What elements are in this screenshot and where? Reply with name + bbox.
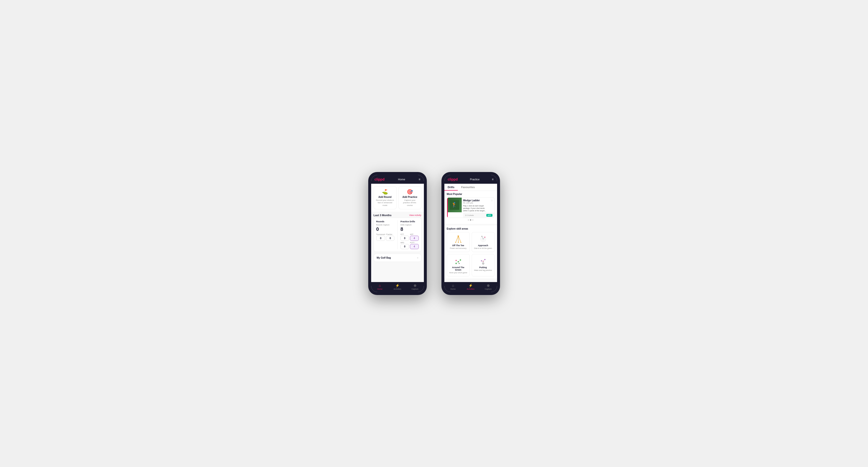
home-nav-label: Home [377,288,382,290]
golf-bag-card[interactable]: My Golf Bag › [374,254,422,262]
putt-label: PUTT [410,242,418,244]
activities-nav-label: Activities [394,288,401,290]
off-the-tee-svg [454,236,463,243]
home-logo: clippd [375,177,384,181]
dot-2 [470,219,471,221]
skill-putting[interactable]: Putting Make and lag practice [472,254,495,276]
practice-drills-col: Practice Drills Drills Capture 8 OTT 0 A… [400,220,419,249]
capture-nav-label: Capture [411,288,418,290]
svg-point-5 [455,242,456,243]
activity-section-title: Last 3 Months [374,214,392,217]
ott-value: 0 [400,236,409,241]
phone-practice: clippd Practice ≡ Drills Favourites Most… [441,172,500,295]
practice-home-nav-label: Home [451,288,456,290]
drill-shots: ⊙ 9 shots [465,214,474,216]
approach-desc: Dial-in to hit the green [474,247,492,249]
practice-nav-home[interactable]: ⌂ Home [444,283,462,290]
phone-home: clippd Home ≡ ⛳ Add Round Record your sh… [368,172,427,295]
practice-rounds-label: Practice [386,234,394,235]
carousel-dots [447,218,495,222]
svg-point-15 [481,236,482,237]
nav-home[interactable]: ⌂ Home [371,283,389,290]
rounds-capture-label: Rounds Capture [376,224,395,226]
tournament-value: 0 [376,236,385,241]
stats-row: Rounds Rounds Capture 0 Tournament 0 Pra… [376,220,419,249]
rounds-col: Rounds Rounds Capture 0 Tournament 0 Pra… [376,220,395,249]
drill-range: 50–100 yds [463,202,490,204]
drill-desc: Play 1 shot at each target yardage. If y… [463,205,490,212]
putting-desc: Make and lag practice [474,269,492,271]
approach-svg [479,236,488,243]
add-round-card[interactable]: ⛳ Add Round Record your shots in fast or… [374,186,397,209]
tab-drills[interactable]: Drills [444,184,458,191]
home-menu-icon[interactable]: ≡ [418,178,420,181]
ott-label: OTT [400,234,409,235]
chevron-right-icon: › [417,256,418,259]
nav-capture[interactable]: ⊕ Capture [406,283,424,290]
off-the-tee-desc: Power and accuracy [450,247,467,249]
practice-title: Practice [470,178,480,181]
scene: clippd Home ≡ ⛳ Add Round Record your sh… [359,162,510,305]
practice-menu-icon[interactable]: ≡ [492,178,493,181]
add-practice-icon: 🎯 [407,189,413,195]
most-popular-section: Most Popular 🏌 Wedge Ladder [444,191,497,224]
putting-name: Putting [479,266,487,269]
svg-point-6 [458,242,459,243]
drill-name: Wedge Ladder [463,199,490,202]
around-the-green-desc: Hone your short game [449,272,467,274]
drills-title: Practice Drills [400,220,419,223]
drill-thumbnail-svg: 🏌 [450,200,459,210]
svg-line-30 [483,259,485,261]
arg-item: ARG 0 [400,242,409,249]
svg-line-2 [456,236,458,242]
shots-count: 9 shots [468,214,474,216]
tab-favourites[interactable]: Favourites [458,184,478,191]
approach-icon-area [478,235,488,243]
around-the-green-svg [454,257,463,265]
add-practice-card[interactable]: 🎯 Add Practice Capture your practice off… [399,186,422,209]
arg-label: ARG [400,242,409,244]
practice-rounds-item: Practice 0 [386,234,394,241]
svg-line-3 [458,236,461,242]
practice-activities-nav-icon: ⚡ [468,283,473,287]
tournament-item: Tournament 0 [376,234,385,241]
golf-bag-label: My Golf Bag [377,256,391,259]
nav-activities[interactable]: ⚡ Activities [389,283,406,290]
add-practice-desc: Capture your practice off-the-course [401,199,419,207]
explore-section: Explore skill areas [444,225,497,278]
skill-off-the-tee[interactable]: Off The Tee Power and accuracy [447,232,470,252]
drills-capture-label: Drills Capture [400,224,419,226]
skill-grid: Off The Tee Power and accuracy [447,232,495,276]
drills-total: 8 [400,226,419,232]
off-the-tee-icon-area [454,235,463,243]
svg-text:🏌: 🏌 [451,202,457,208]
ott-item: OTT 0 [400,234,409,241]
practice-nav-activities[interactable]: ⚡ Activities [462,283,479,290]
practice-bottom-nav: ⌂ Home ⚡ Activities ⊕ Capture [444,282,497,292]
drills-sub-grid-2: ARG 0 PUTT 4 [400,242,419,249]
add-round-title: Add Round [378,196,392,198]
practice-capture-nav-icon: ⊕ [487,283,490,287]
home-content: ⛳ Add Round Record your shots in fast or… [371,184,424,282]
rounds-title: Rounds [376,220,395,223]
skill-around-the-green[interactable]: Around The Green Hone your short game [447,254,470,276]
star-icon[interactable]: ☆ [491,199,493,202]
view-activity-link[interactable]: View Activity [409,214,422,216]
add-round-icon: ⛳ [382,189,388,195]
activities-nav-icon: ⚡ [395,283,400,287]
drill-card[interactable]: 🏌 Wedge Ladder 50–100 yds Play 1 shot at… [447,197,495,218]
drills-sub-grid: OTT 0 APP 4 [400,234,419,241]
most-popular-title: Most Popular [447,193,495,195]
off-the-tee-name: Off The Tee [452,244,464,247]
home-bottom-nav: ⌂ Home ⚡ Activities ⊕ Capture [371,282,424,292]
home-header: clippd Home ≡ [371,175,424,184]
approach-name: Approach [478,244,488,247]
activity-section-header: Last 3 Months View Activity [371,212,424,218]
practice-nav-capture[interactable]: ⊕ Capture [479,283,497,290]
around-the-green-icon-area [454,257,463,265]
drill-accent-bar [447,198,448,218]
rounds-total: 0 [376,226,395,232]
shots-icon: ⊙ [465,214,467,216]
skill-approach[interactable]: Approach Dial-in to hit the green [472,232,495,252]
arg-value: 0 [400,244,409,249]
